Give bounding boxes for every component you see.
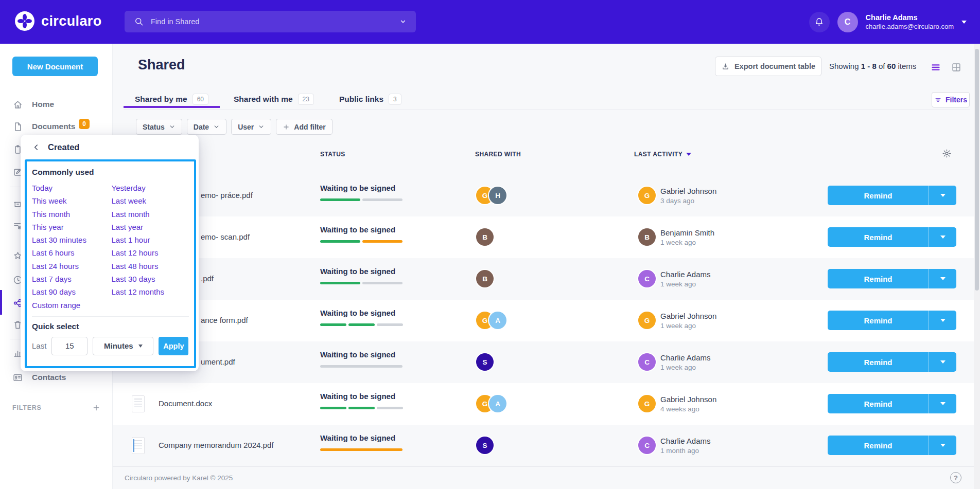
- date-option[interactable]: Last year: [111, 221, 190, 233]
- date-option[interactable]: Last 30 minutes: [31, 233, 111, 246]
- help-button[interactable]: ?: [950, 472, 961, 483]
- status-cell: Waiting to be signed: [320, 350, 402, 368]
- sidebar-item-home[interactable]: Home: [12, 98, 54, 111]
- sidebar-item-documents[interactable]: Documents 0: [12, 120, 101, 133]
- table-settings-gear-icon[interactable]: [942, 149, 952, 158]
- remind-button[interactable]: Remind: [828, 186, 956, 205]
- shared-with-avatars[interactable]: S: [476, 437, 494, 454]
- tab-count-badge: 60: [192, 94, 208, 105]
- date-option[interactable]: Last 1 hour: [111, 233, 190, 246]
- shared-with-avatars[interactable]: G A: [476, 312, 506, 329]
- date-option[interactable]: Last 48 hours: [111, 260, 190, 273]
- table-row[interactable]: emo- práce.pdf Waiting to be signed G H …: [113, 175, 980, 216]
- apply-button[interactable]: Apply: [159, 337, 188, 355]
- quick-select-heading: Quick select: [32, 322, 190, 331]
- date-option[interactable]: Last week: [111, 194, 190, 207]
- table-row[interactable]: emo- scan.pdf Waiting to be signed B B B…: [113, 216, 980, 258]
- filter-chip-user[interactable]: User: [231, 119, 271, 135]
- date-option[interactable]: Last 90 days: [31, 285, 111, 298]
- remind-dropdown-caret[interactable]: [929, 436, 956, 455]
- date-option[interactable]: Last 7 days: [31, 273, 111, 285]
- date-options-left: TodayThis weekThis monthThis yearLast 30…: [31, 182, 111, 312]
- date-option[interactable]: Today: [31, 182, 111, 194]
- filters-heading-label: FILTERS: [12, 404, 42, 411]
- sidebar-item-label: Contacts: [32, 373, 66, 382]
- date-option[interactable]: Yesterday: [111, 182, 190, 194]
- remind-button[interactable]: Remind: [828, 436, 956, 455]
- remind-dropdown-caret[interactable]: [929, 269, 956, 288]
- popup-divider: [32, 316, 189, 317]
- column-last-activity[interactable]: LAST ACTIVITY: [634, 151, 691, 158]
- tab-shared-by-me[interactable]: Shared by me 60: [124, 89, 220, 108]
- date-option[interactable]: Last 30 days: [111, 273, 190, 285]
- activity-time: 1 month ago: [660, 447, 711, 455]
- export-document-table-button[interactable]: Export document table: [715, 57, 821, 76]
- user-avatar[interactable]: C: [837, 12, 858, 32]
- table-row[interactable]: .pdf Waiting to be signed B C Charlie Ad…: [113, 258, 980, 300]
- date-option[interactable]: This week: [31, 194, 111, 207]
- shared-with-avatars[interactable]: B: [476, 270, 494, 287]
- table-row[interactable]: Company memorandum 2024.pdf Waiting to b…: [113, 425, 980, 466]
- tab-shared-with-me[interactable]: Shared with me 23: [222, 89, 325, 108]
- unit-select[interactable]: Minutes: [93, 337, 153, 355]
- date-options-right: YesterdayLast weekLast monthLast yearLas…: [111, 182, 190, 312]
- sidebar-item-contacts[interactable]: Contacts: [12, 371, 66, 384]
- shared-with-avatars[interactable]: B: [476, 228, 494, 246]
- notifications-button[interactable]: [809, 12, 830, 32]
- add-saved-filter-button[interactable]: [92, 404, 100, 412]
- filters-button[interactable]: Filters: [932, 92, 970, 107]
- search-scope-chevron-icon[interactable]: [399, 18, 407, 25]
- chip-label: Date: [194, 123, 209, 131]
- document-name[interactable]: Document.docx: [159, 399, 212, 408]
- remind-button[interactable]: Remind: [828, 394, 956, 413]
- scrollbar-thumb[interactable]: [975, 49, 979, 291]
- shared-with-avatars[interactable]: G A: [476, 395, 506, 412]
- remind-dropdown-caret[interactable]: [929, 227, 956, 247]
- list-view-toggle[interactable]: [929, 61, 942, 74]
- date-option[interactable]: This year: [31, 221, 111, 233]
- remind-button[interactable]: Remind: [828, 311, 956, 330]
- progress-bar: [320, 365, 402, 368]
- scrollbar-track[interactable]: [974, 44, 980, 489]
- document-name[interactable]: Company memorandum 2024.pdf: [159, 441, 273, 449]
- date-option[interactable]: Last month: [111, 208, 190, 221]
- user-menu-caret-icon[interactable]: [961, 21, 967, 24]
- avatar: G: [638, 312, 656, 329]
- plus-icon: [283, 123, 290, 131]
- status-label: Waiting to be signed: [320, 225, 402, 234]
- document-name[interactable]: .pdf: [201, 274, 214, 283]
- grid-view-toggle[interactable]: [950, 61, 963, 74]
- date-option[interactable]: Last 12 months: [111, 285, 190, 298]
- user-info[interactable]: Charlie Adams charlie.adams@circularo.co…: [866, 13, 954, 30]
- document-name[interactable]: ance form.pdf: [201, 316, 248, 324]
- table-row[interactable]: ance form.pdf Waiting to be signed G A G: [113, 300, 980, 341]
- date-option[interactable]: This month: [31, 208, 111, 221]
- remind-button[interactable]: Remind: [828, 269, 956, 288]
- new-document-button[interactable]: New Document: [12, 57, 98, 76]
- filter-chip-status[interactable]: Status: [136, 119, 182, 135]
- back-chevron-icon[interactable]: [32, 143, 41, 152]
- remind-button[interactable]: Remind: [828, 227, 956, 247]
- tab-public-links[interactable]: Public links 3: [328, 89, 413, 108]
- table-row[interactable]: ument.pdf Waiting to be signed S C Charl…: [113, 341, 980, 383]
- remind-dropdown-caret[interactable]: [929, 352, 956, 372]
- global-search[interactable]: Find in Shared: [125, 11, 416, 32]
- date-option[interactable]: Last 12 hours: [111, 246, 190, 259]
- document-name[interactable]: emo- scan.pdf: [201, 232, 250, 241]
- document-name[interactable]: emo- práce.pdf: [201, 191, 253, 200]
- remind-dropdown-caret[interactable]: [929, 394, 956, 413]
- brand-logo[interactable]: circularo: [14, 11, 102, 31]
- date-option[interactable]: Custom range: [31, 299, 111, 312]
- quantity-input[interactable]: [51, 337, 87, 355]
- filter-chip-date[interactable]: Date: [187, 119, 226, 135]
- remind-button[interactable]: Remind: [828, 352, 956, 372]
- remind-dropdown-caret[interactable]: [929, 186, 956, 205]
- shared-with-avatars[interactable]: G H: [476, 187, 506, 204]
- document-name[interactable]: ument.pdf: [201, 357, 235, 366]
- add-filter-button[interactable]: Add filter: [276, 119, 332, 135]
- date-option[interactable]: Last 6 hours: [31, 246, 111, 259]
- remind-dropdown-caret[interactable]: [929, 311, 956, 330]
- table-row[interactable]: Document.docx Waiting to be signed G A G: [113, 383, 980, 425]
- shared-with-avatars[interactable]: S: [476, 353, 494, 371]
- date-option[interactable]: Last 24 hours: [31, 260, 111, 273]
